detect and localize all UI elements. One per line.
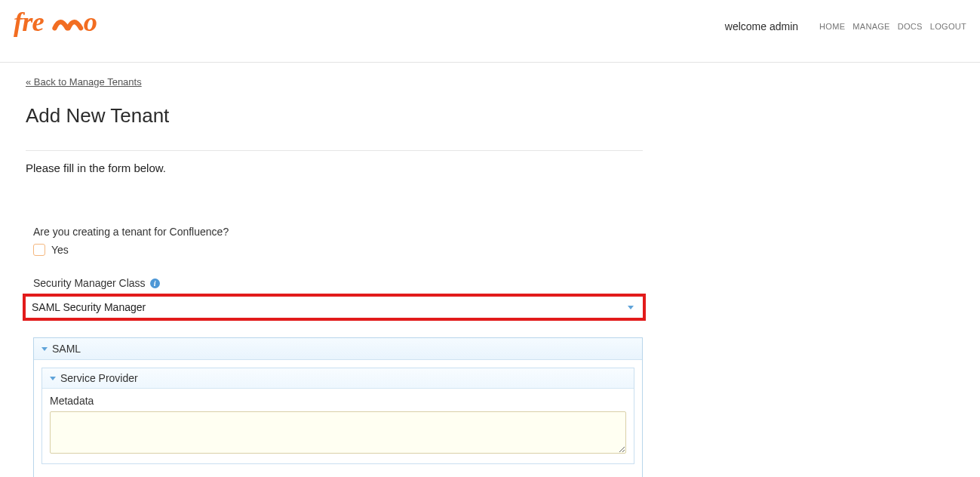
page-subtitle: Please fill in the form below. [26,162,643,174]
page-title: Add New Tenant [26,104,643,151]
confluence-yes-label: Yes [51,244,69,256]
confluence-field: Are you creating a tenant for Confluence… [33,226,643,256]
saml-panel: SAML Service Provider Metadata [33,337,643,477]
saml-panel-header[interactable]: SAML [34,338,642,360]
security-manager-highlight: SAML Security Manager [23,294,646,321]
confluence-yes-checkbox[interactable] [33,244,45,256]
sp-metadata-textarea[interactable] [50,411,626,454]
back-to-manage-tenants-link[interactable]: « Back to Manage Tenants [26,76,142,88]
main-content: « Back to Manage Tenants Add New Tenant … [0,63,656,477]
welcome-text: welcome admin [725,20,798,32]
svg-text:fre: fre [14,8,44,37]
header-right: welcome admin HOME MANAGE DOCS LOGOUT [725,20,966,32]
security-manager-selected-value: SAML Security Manager [32,301,146,313]
nav-links: HOME MANAGE DOCS LOGOUT [819,22,966,31]
security-manager-label: Security Manager Class [33,277,146,289]
app-header: fre o welcome admin HOME MANAGE DOCS LOG… [0,0,980,63]
frevvo-logo: fre o [14,8,123,45]
confluence-yes-row: Yes [33,244,643,256]
svg-text:o: o [84,8,97,37]
sp-metadata-label: Metadata [50,395,626,407]
security-manager-select[interactable]: SAML Security Manager [27,298,641,316]
security-manager-field: Security Manager Class i SAML Security M… [33,277,643,321]
info-icon[interactable]: i [150,279,160,288]
chevron-down-icon [628,306,634,309]
service-provider-body: Metadata [42,389,634,463]
chevron-down-icon [41,347,48,351]
saml-panel-body: Service Provider Metadata Identity Provi… [34,360,642,477]
saml-panel-title: SAML [52,343,81,355]
service-provider-title: Service Provider [60,372,138,384]
chevron-down-icon [50,377,56,380]
nav-home[interactable]: HOME [819,22,845,31]
nav-manage[interactable]: MANAGE [853,22,889,31]
confluence-question-label: Are you creating a tenant for Confluence… [33,226,643,238]
tenant-form: Are you creating a tenant for Confluence… [26,226,643,477]
service-provider-panel: Service Provider Metadata [41,368,634,464]
security-manager-label-row: Security Manager Class i [33,277,643,289]
service-provider-header[interactable]: Service Provider [42,368,634,389]
nav-docs[interactable]: DOCS [898,22,923,31]
nav-logout[interactable]: LOGOUT [930,22,966,31]
